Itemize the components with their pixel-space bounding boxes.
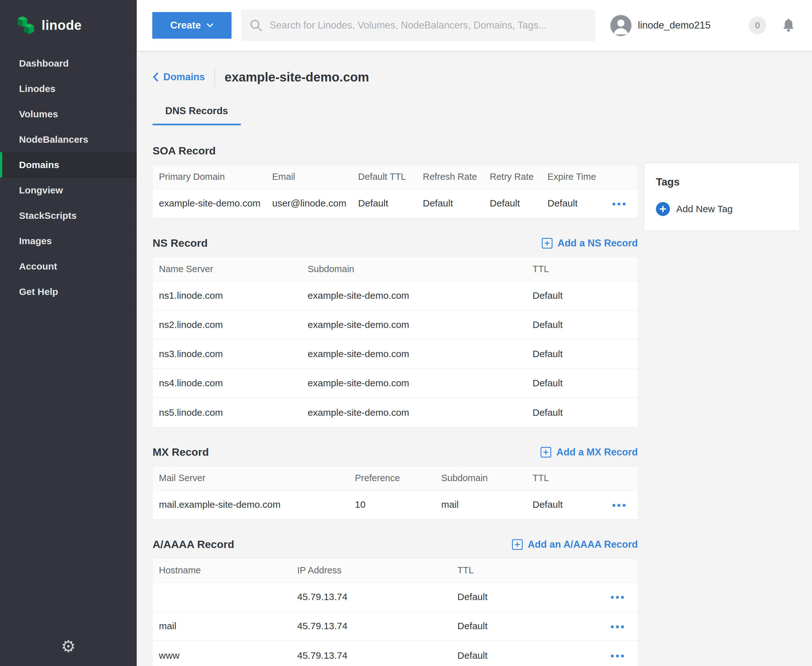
add-mx-record-button[interactable]: Add a MX Record [540,447,638,458]
sidebar-item-dashboard[interactable]: Dashboard [0,51,137,76]
topbar: Create linode_demo215 0 [137,0,812,51]
sidebar-item-nodebalancers[interactable]: NodeBalancers [0,127,137,152]
sidebar-item-label: Volumes [19,109,58,120]
cell-ip-address: 45.79.13.74 [297,641,457,666]
cell-subdomain: example-site-demo.com [308,340,533,369]
table-row: ns3.linode.com example-site-demo.com Def… [153,340,638,369]
linode-logo[interactable]: linode [0,0,137,51]
tab-strip: DNS Records [153,105,638,125]
breadcrumb: Domains example-site-demo.com [153,67,638,87]
create-button-label: Create [170,20,201,31]
sidebar-item-label: Longview [19,185,63,196]
soa-section-title: SOA Record [153,145,216,157]
column-header: Name Server [153,257,308,281]
add-new-tag-label: Add New Tag [676,204,733,214]
tab-dns-records[interactable]: DNS Records [153,105,241,125]
cell-subdomain: mail [441,490,533,519]
cell-ttl: Default [533,340,638,369]
table-header-row: Primary Domain Email Default TTL Refresh… [153,165,638,189]
table-header-row: Hostname IP Address TTL [153,559,638,582]
row-actions-menu-button[interactable] [608,622,627,631]
username: linode_demo215 [638,20,711,31]
cell-email: user@linode.com [272,189,358,218]
cell-subdomain: example-site-demo.com [308,281,533,310]
main-area: Create linode_demo215 0 [137,0,812,666]
cell-ttl: Default [457,582,603,612]
sidebar-item-longview[interactable]: Longview [0,178,137,203]
table-row: mail 45.79.13.74 Default [153,612,638,641]
add-ns-record-button[interactable]: Add a NS Record [542,237,638,249]
mx-section-title: MX Record [153,446,209,458]
table-header-row: Name Server Subdomain TTL [153,257,638,281]
ns-section-title: NS Record [153,237,208,249]
column-header: Preference [355,467,441,490]
sidebar-item-label: Get Help [19,286,58,297]
page-title: example-site-demo.com [224,70,369,84]
sidebar-item-images[interactable]: Images [0,228,137,254]
column-header: Subdomain [308,257,533,281]
chevron-down-icon [206,23,213,28]
cell-name-server: ns1.linode.com [153,281,308,310]
add-new-tag-button[interactable]: Add New Tag [656,202,733,216]
sidebar-item-stackscripts[interactable]: StackScripts [0,203,137,228]
sidebar-item-account[interactable]: Account [0,254,137,279]
cell-ip-address: 45.79.13.74 [297,582,457,612]
cell-refresh-rate: Default [423,189,490,218]
ns-section-head: NS Record Add a NS Record [153,237,638,249]
column-header: TTL [533,257,638,281]
cell-hostname: mail [153,612,297,641]
table-row: ns4.linode.com example-site-demo.com Def… [153,369,638,398]
column-header: Refresh Rate [423,165,490,189]
cell-name-server: ns3.linode.com [153,340,308,369]
soa-section-head: SOA Record [153,145,638,157]
column-header: TTL [457,559,603,582]
column-header: Default TTL [358,165,423,189]
table-row: www 45.79.13.74 Default [153,641,638,666]
breadcrumb-divider [215,67,215,87]
bell-icon [781,18,796,33]
back-link-label: Domains [163,71,205,83]
sidebar-item-domains[interactable]: Domains [0,152,137,178]
tags-panel: Tags Add New Tag [645,163,799,231]
cell-ttl: Default [457,612,603,641]
soa-table: Primary Domain Email Default TTL Refresh… [153,165,638,218]
plus-square-icon [540,447,551,458]
content: Domains example-site-demo.com DNS Record… [137,51,812,666]
cell-ttl: Default [533,369,638,398]
linode-logo-icon [17,16,35,35]
back-to-domains-link[interactable]: Domains [153,71,205,83]
search-icon [249,19,262,32]
row-actions-menu-button[interactable] [609,501,629,510]
sidebar-item-volumes[interactable]: Volumes [0,102,137,127]
search-input[interactable] [270,20,587,31]
a-aaaa-section-head: A/AAAA Record Add an A/AAAA Record [153,538,638,551]
a-aaaa-table: Hostname IP Address TTL 45.79.13.74 Defa… [153,559,638,666]
notification-count-badge[interactable]: 0 [749,16,766,34]
chevron-left-icon [153,72,159,82]
column-header: Mail Server [153,467,355,490]
sidebar-item-label: Account [19,261,57,272]
plus-square-icon [512,539,523,550]
settings-gear-icon[interactable]: ⚙ [61,638,76,654]
user-menu[interactable]: linode_demo215 [610,15,711,36]
sidebar-item-label: NodeBalancers [19,134,88,145]
row-actions-menu-button[interactable] [609,199,629,209]
sidebar-item-get-help[interactable]: Get Help [0,279,137,305]
cell-retry-rate: Default [490,189,548,218]
sidebar-item-linodes[interactable]: Linodes [0,76,137,102]
notifications-bell-button[interactable] [781,18,796,33]
row-actions-menu-button[interactable] [608,593,627,602]
mx-section-head: MX Record Add a MX Record [153,446,638,458]
row-actions-menu-button[interactable] [608,651,627,661]
cell-default-ttl: Default [358,189,423,218]
column-header: Hostname [153,559,297,582]
add-a-aaaa-record-button[interactable]: Add an A/AAAA Record [512,539,638,550]
a-aaaa-section-title: A/AAAA Record [153,538,234,551]
plus-square-icon [542,238,553,249]
column-header: Expire Time [548,165,609,189]
cell-hostname: www [153,641,297,666]
cell-name-server: ns2.linode.com [153,310,308,340]
create-button[interactable]: Create [152,12,231,39]
column-header: Retry Rate [490,165,548,189]
tags-panel-title: Tags [656,176,788,188]
